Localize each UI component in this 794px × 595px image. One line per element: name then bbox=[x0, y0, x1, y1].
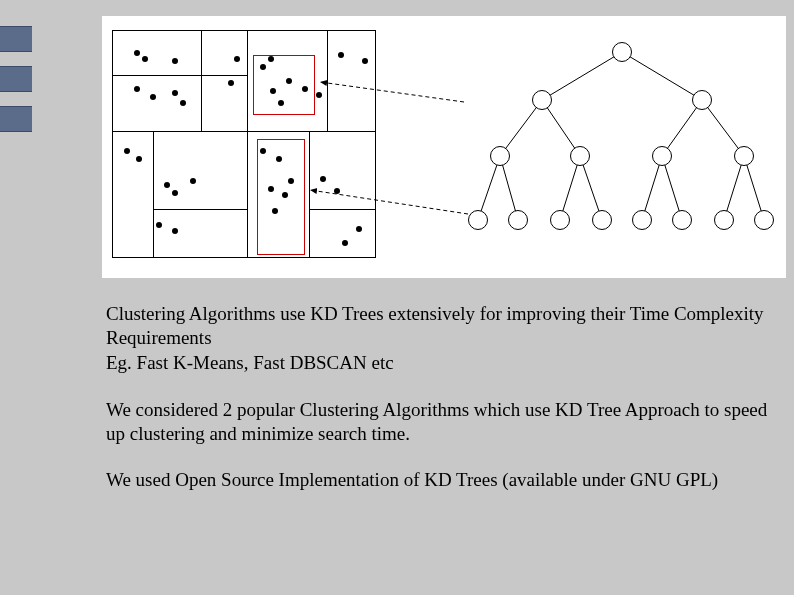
side-bar bbox=[0, 106, 32, 132]
side-bar bbox=[0, 26, 32, 52]
slide: Clustering Algorithms use KD Trees exten… bbox=[50, 0, 792, 595]
kd-tree-figure bbox=[102, 16, 786, 278]
svg-line-14 bbox=[320, 82, 464, 102]
paragraph-1: Clustering Algorithms use KD Trees exten… bbox=[106, 302, 786, 375]
paragraph-3: We used Open Source Implementation of KD… bbox=[106, 468, 786, 492]
svg-line-15 bbox=[310, 190, 468, 214]
side-bar bbox=[0, 66, 32, 92]
paragraph-2: We considered 2 popular Clustering Algor… bbox=[106, 398, 786, 447]
dashed-arrows bbox=[102, 16, 786, 278]
